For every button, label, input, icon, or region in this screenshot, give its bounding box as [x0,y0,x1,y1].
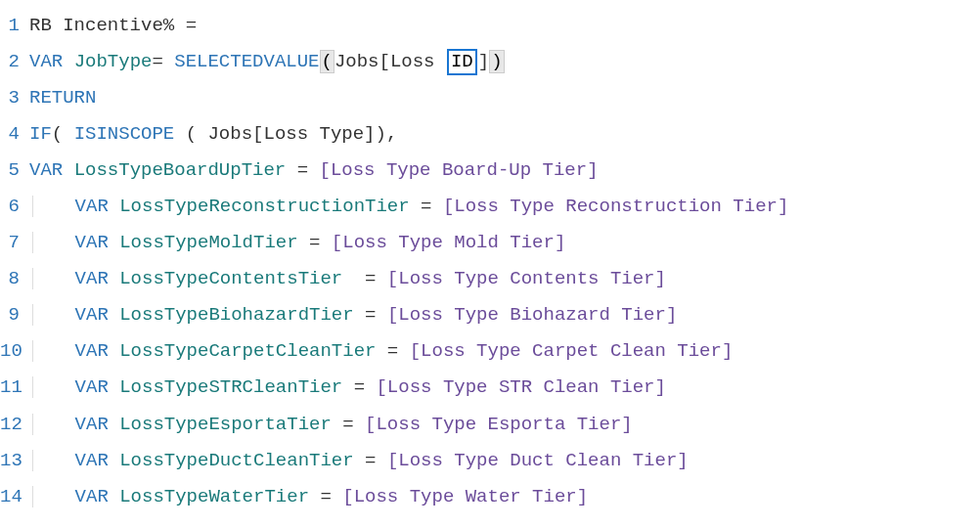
token [109,304,119,326]
line-number: 6 [0,189,29,225]
line-number: 3 [0,80,29,116]
indent-guide [32,414,74,435]
token [109,340,119,362]
token: VAR [75,414,109,435]
token [109,486,119,507]
token: LossTypeDuctCleanTier [119,450,353,471]
code-content[interactable]: VAR LossTypeEsportaTier = [Loss Type Esp… [29,407,633,443]
token: Jobs[Loss Type] [207,123,375,145]
code-line[interactable]: 11VAR LossTypeSTRCleanTier = [Loss Type … [0,370,980,406]
token: = [342,376,376,398]
code-content[interactable]: VAR LossTypeDuctCleanTier = [Loss Type D… [29,443,689,479]
token: JobType [74,51,153,72]
code-content[interactable]: VAR LossTypeSTRCleanTier = [Loss Type ST… [29,370,666,406]
token: VAR [75,232,109,253]
line-number: 14 [0,479,29,515]
token: RETURN [29,87,96,109]
line-number: 5 [0,153,29,189]
token: [Loss Type Board-Up Tier] [319,159,598,181]
token: VAR [75,196,109,217]
token: [Loss Type STR Clean Tier] [376,376,665,398]
line-number: 13 [0,443,29,479]
code-line[interactable]: 8VAR LossTypeContentsTier = [Loss Type C… [0,261,980,297]
indent-guide [32,196,74,217]
token: = [286,159,319,181]
code-line[interactable]: 13VAR LossTypeDuctCleanTier = [Loss Type… [0,443,980,479]
token: [Loss Type Reconstruction Tier] [443,196,788,217]
token: = [354,450,387,471]
token: VAR [75,486,109,507]
code-content[interactable]: VAR LossTypeBoardUpTier = [Loss Type Boa… [29,153,599,189]
token: LossTypeSTRCleanTier [119,376,342,398]
line-number: 9 [0,297,29,333]
code-line[interactable]: 3RETURN [0,80,980,116]
token [109,414,119,435]
token: SELECTEDVALUE [174,51,319,72]
token: [Loss Type Duct Clean Tier] [387,450,689,471]
code-line[interactable]: 10VAR LossTypeCarpetCleanTier = [Loss Ty… [0,333,980,370]
code-line[interactable]: 6VAR LossTypeReconstructionTier = [Loss … [0,189,980,225]
code-content[interactable]: VAR JobType= SELECTEDVALUE(Jobs[Loss ID]… [29,44,505,80]
indent-guide [32,304,74,326]
token: LossTypeCarpetCleanTier [119,340,376,362]
token: ( [52,123,74,145]
token: VAR [75,340,109,362]
token [109,196,119,217]
token: LossTypeMoldTier [119,232,297,253]
code-content[interactable]: VAR LossTypeWaterTier = [Loss Type Water… [29,479,588,515]
code-line[interactable]: 5VAR LossTypeBoardUpTier = [Loss Type Bo… [0,153,980,189]
token: ( [320,50,334,73]
token: ISINSCOPE [74,123,175,145]
indent-guide [32,376,74,398]
line-number: 2 [0,44,29,80]
code-content[interactable]: RB Incentive% = [29,8,197,44]
indent-guide [32,450,74,471]
token: RB Incentive% = [29,15,197,36]
token: IF [29,123,52,145]
token: [Loss Type Carpet Clean Tier] [410,340,734,362]
token: LossTypeBiohazardTier [119,304,353,326]
code-content[interactable]: VAR LossTypeBiohazardTier = [Loss Type B… [29,297,677,333]
code-content[interactable]: IF( ISINSCOPE ( Jobs[Loss Type]), [29,116,397,153]
token [109,232,119,253]
token: Jobs[Loss [334,51,446,72]
token: LossTypeBoardUpTier [74,159,287,181]
token: LossTypeWaterTier [119,486,309,507]
code-content[interactable]: VAR LossTypeCarpetCleanTier = [Loss Type… [29,333,733,370]
token [63,51,73,72]
code-line[interactable]: 4IF( ISINSCOPE ( Jobs[Loss Type]), [0,116,980,153]
token: VAR [75,268,109,289]
indent-guide [32,340,74,362]
token: LossTypeEsportaTier [119,414,332,435]
code-line[interactable]: 2VAR JobType= SELECTEDVALUE(Jobs[Loss ID… [0,44,980,80]
token: = [342,268,387,289]
code-content[interactable]: VAR LossTypeContentsTier = [Loss Type Co… [29,261,666,297]
token: ), [376,123,398,145]
token: = [376,340,409,362]
token [109,268,119,289]
code-content[interactable]: VAR LossTypeMoldTier = [Loss Type Mold T… [29,225,565,261]
code-line[interactable]: 14VAR LossTypeWaterTier = [Loss Type Wat… [0,479,980,515]
token: VAR [75,450,109,471]
dax-editor[interactable]: 1RB Incentive% =2VAR JobType= SELECTEDVA… [0,8,980,515]
line-number: 4 [0,116,29,153]
token: = [152,51,174,72]
token: [Loss Type Water Tier] [342,486,588,507]
indent-guide [32,232,74,253]
code-line[interactable]: 7VAR LossTypeMoldTier = [Loss Type Mold … [0,225,980,261]
code-line[interactable]: 12VAR LossTypeEsportaTier = [Loss Type E… [0,407,980,443]
indent-guide [32,486,74,507]
code-line[interactable]: 9VAR LossTypeBiohazardTier = [Loss Type … [0,297,980,333]
token [63,159,73,181]
token: VAR [75,376,109,398]
token: VAR [29,159,63,181]
code-content[interactable]: VAR LossTypeReconstructionTier = [Loss T… [29,189,788,225]
token [109,450,119,471]
token: LossTypeReconstructionTier [119,196,409,217]
token: [Loss Type Mold Tier] [332,232,565,253]
code-content[interactable]: RETURN [29,80,96,116]
line-number: 1 [0,8,29,44]
token: [Loss Type Biohazard Tier] [387,304,677,326]
code-line[interactable]: 1RB Incentive% = [0,8,980,44]
token: = [332,414,365,435]
